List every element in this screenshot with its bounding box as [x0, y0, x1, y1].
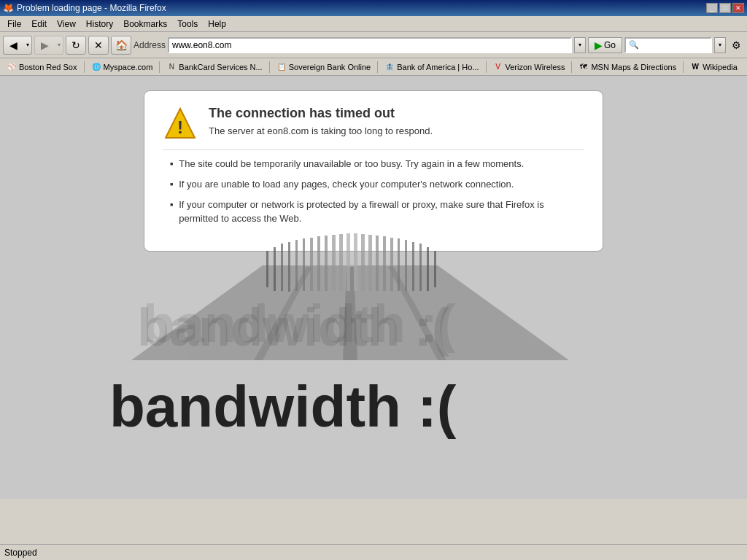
svg-text:bandwidth :(: bandwidth :( — [143, 295, 455, 353]
status-text: Stopped — [4, 548, 37, 558]
error-header: ! The connection has timed out The serve… — [163, 106, 584, 141]
bookmark-sovereign[interactable]: 📋 Sovereign Bank Online — [273, 61, 375, 74]
bandwidth-graphic-container: bandwidth :( bandwidth :( — [131, 207, 569, 353]
bandwidth-overlay: bandwidth :( — [109, 373, 456, 440]
back-button[interactable]: ◀ — [3, 36, 23, 55]
refresh-icon: ⚙ — [728, 36, 744, 55]
svg-rect-8 — [281, 244, 283, 291]
sovereign-icon: 📋 — [276, 62, 287, 72]
back-button-group: ◀ ▾ — [3, 36, 32, 55]
forward-dropdown[interactable]: ▾ — [55, 36, 63, 55]
bookmark-label: Verizon Wireless — [506, 63, 565, 71]
bookmark-verizon[interactable]: V Verizon Wireless — [489, 61, 569, 74]
back-dropdown[interactable]: ▾ — [23, 36, 32, 55]
error-title: The connection has timed out — [209, 106, 433, 121]
titlebar-controls: _ □ ✕ — [706, 3, 744, 13]
svg-rect-18 — [354, 233, 357, 291]
bookmark-label: MSN Maps & Directions — [591, 63, 676, 71]
forward-button-group: ▶ ▾ — [34, 36, 63, 55]
minimize-button[interactable]: _ — [706, 3, 718, 13]
svg-rect-15 — [332, 235, 336, 291]
bookmark-msn[interactable]: 🗺 MSN Maps & Directions — [575, 61, 680, 74]
bookmark-separator-4 — [377, 61, 378, 73]
warning-icon: ! — [163, 106, 198, 141]
svg-rect-19 — [361, 234, 365, 291]
svg-rect-16 — [339, 234, 343, 291]
address-label: Address — [133, 40, 166, 50]
reload-button[interactable]: ↻ — [66, 36, 86, 55]
bookmark-label: Bank of America | Ho... — [397, 63, 479, 71]
bookmark-separator-6 — [571, 61, 572, 73]
menu-help[interactable]: Help — [204, 18, 231, 31]
myspace-icon: 🌐 — [91, 62, 101, 72]
maximize-button[interactable]: □ — [719, 3, 731, 13]
highway-svg: bandwidth :( bandwidth :( — [131, 207, 569, 360]
bookmark-boston-red-sox[interactable]: ⚾ Boston Red Sox — [3, 61, 81, 74]
menu-history[interactable]: History — [82, 18, 117, 31]
svg-rect-27 — [419, 244, 422, 291]
msn-icon: 🗺 — [578, 62, 589, 72]
bullet-text-2: If you are unable to load any pages, che… — [179, 178, 514, 191]
svg-rect-26 — [412, 242, 414, 291]
search-dropdown[interactable]: ▾ — [714, 37, 726, 53]
bookmark-separator-1 — [84, 61, 85, 73]
bookmark-bankcard[interactable]: N BankCard Services N... — [163, 61, 266, 74]
bullet-text-1: The site could be temporarily unavailabl… — [179, 158, 524, 171]
search-bar[interactable]: 🔍 — [624, 37, 712, 53]
error-subtitle: The server at eon8.com is taking too lon… — [209, 125, 433, 136]
bookmark-label: BankCard Services N... — [179, 63, 262, 71]
bandwidth-text: bandwidth :( — [109, 373, 456, 440]
svg-rect-12 — [310, 238, 313, 291]
svg-rect-7 — [274, 247, 276, 291]
svg-rect-9 — [288, 242, 290, 292]
svg-rect-11 — [303, 238, 305, 291]
bookmark-label: Myspace.com — [104, 63, 153, 71]
home-button[interactable]: 🏠 — [111, 36, 131, 55]
content-area: ! The connection has timed out The serve… — [0, 76, 747, 499]
svg-rect-24 — [398, 238, 400, 291]
bookmark-myspace[interactable]: 🌐 Myspace.com — [88, 61, 157, 74]
svg-rect-25 — [405, 240, 407, 291]
bofa-icon: 🏦 — [384, 62, 395, 72]
menu-tools[interactable]: Tools — [173, 18, 202, 31]
menubar: File Edit View History Bookmarks Tools H… — [0, 16, 747, 32]
svg-rect-6 — [266, 251, 268, 287]
go-button[interactable]: ▶ Go — [588, 37, 622, 53]
menu-edit[interactable]: Edit — [27, 18, 51, 31]
bookmark-label: Boston Red Sox — [19, 63, 77, 71]
svg-rect-20 — [368, 235, 372, 291]
menu-bookmarks[interactable]: Bookmarks — [119, 18, 171, 31]
bookmark-separator-2 — [159, 61, 160, 73]
bookmark-label: Sovereign Bank Online — [289, 63, 371, 71]
navbar: ◀ ▾ ▶ ▾ ↻ ✕ 🏠 Address www.eon8.com ▾ ▶ G… — [0, 32, 747, 58]
svg-rect-23 — [390, 238, 393, 291]
svg-rect-22 — [383, 236, 386, 291]
svg-rect-10 — [295, 240, 298, 291]
bookmark-separator-5 — [486, 61, 487, 73]
menu-file[interactable]: File — [3, 18, 26, 31]
bookmark-wikipedia[interactable]: W Wikipedia — [686, 61, 741, 74]
address-dropdown[interactable]: ▾ — [574, 37, 586, 53]
svg-rect-29 — [434, 251, 436, 287]
menu-view[interactable]: View — [53, 18, 80, 31]
svg-rect-17 — [347, 233, 350, 291]
bookmark-bofa[interactable]: 🏦 Bank of America | Ho... — [381, 61, 482, 74]
window-title: Problem loading page - Mozilla Firefox — [17, 3, 166, 13]
svg-rect-21 — [376, 236, 379, 291]
bookmark-label: Wikipedia — [703, 63, 738, 71]
firefox-icon: 🦊 — [3, 3, 14, 13]
boston-red-sox-icon: ⚾ — [7, 62, 17, 72]
svg-rect-28 — [427, 247, 429, 291]
error-bullet-1: The site could be temporarily unavailabl… — [170, 158, 584, 171]
address-bar[interactable]: www.eon8.com — [168, 37, 572, 53]
bookmark-separator-3 — [269, 61, 270, 73]
verizon-icon: V — [493, 62, 503, 72]
stop-button[interactable]: ✕ — [88, 36, 109, 55]
error-bullet-2: If you are unable to load any pages, che… — [170, 178, 584, 191]
titlebar-left: 🦊 Problem loading page - Mozilla Firefox — [3, 3, 166, 13]
bookmark-separator-7 — [683, 61, 684, 73]
bookmarks-bar: ⚾ Boston Red Sox 🌐 Myspace.com N BankCar… — [0, 58, 747, 76]
forward-button[interactable]: ▶ — [34, 36, 55, 55]
close-button[interactable]: ✕ — [732, 3, 744, 13]
error-text-block: The connection has timed out The server … — [209, 106, 433, 136]
